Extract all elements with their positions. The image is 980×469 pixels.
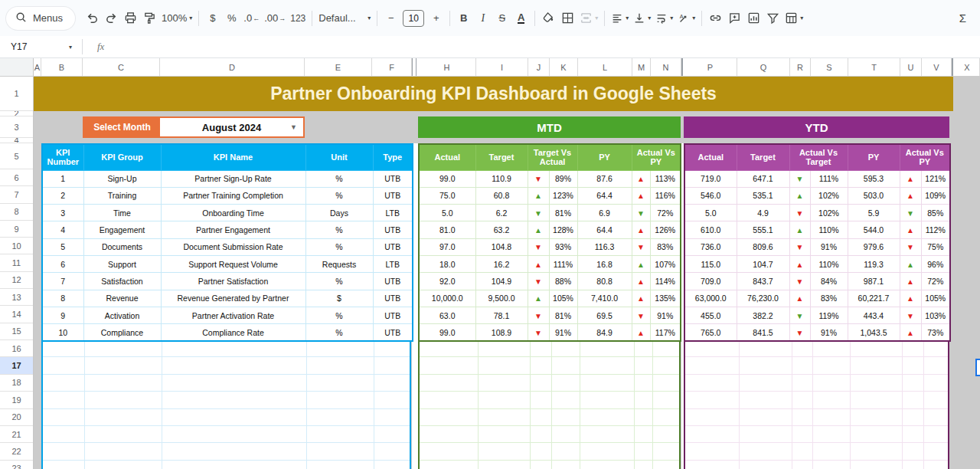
cell-mtd-py-pct[interactable]: 116%	[650, 187, 681, 204]
cell-type[interactable]: UTB	[373, 187, 413, 204]
cell-mtd-variance-arrow[interactable]: ▲	[528, 255, 549, 272]
cell-ytd-py-arrow[interactable]: ▲	[900, 290, 921, 307]
menus-search-button[interactable]: Menus	[6, 7, 75, 30]
row-header-3[interactable]: 3	[0, 116, 33, 138]
cell-mtd-py-arrow[interactable]: ▼	[632, 205, 650, 221]
formula-input[interactable]	[104, 36, 980, 57]
cell-mtd-target[interactable]: 110.9	[475, 170, 528, 187]
cell-mtd-variance-pct[interactable]: 88%	[549, 273, 577, 290]
cell-mtd-py[interactable]: 80.8	[577, 273, 632, 290]
kpi-mtd-table[interactable]: ActualTargetTarget Vs ActualPYActual Vs …	[418, 143, 681, 342]
row-header-15[interactable]: 15	[0, 323, 33, 340]
font-size-input[interactable]: 10	[403, 10, 424, 27]
cell-mtd-py-arrow[interactable]: ▲	[632, 324, 650, 341]
cell-kpi-name[interactable]: Partner Training Completion	[161, 187, 305, 204]
cell-kpi-number[interactable]: 9	[42, 307, 83, 323]
mtd-column-header[interactable]: Actual	[419, 144, 475, 170]
cell-mtd-variance-pct[interactable]: 89%	[549, 170, 577, 187]
row-header-5[interactable]: 5	[0, 143, 33, 169]
empty-cells-ytd[interactable]	[684, 340, 949, 469]
text-wrap-button[interactable]: ▾	[653, 8, 675, 28]
cell-type[interactable]: UTB	[373, 324, 413, 341]
table-views-button[interactable]: ▾	[782, 8, 805, 28]
column-header-J[interactable]: J	[528, 58, 550, 76]
cell-ytd-py[interactable]: 544.0	[848, 221, 900, 238]
mtd-column-header[interactable]: Target Vs Actual	[528, 144, 577, 170]
cell-ytd-variance-arrow[interactable]: ▲	[789, 290, 810, 307]
column-header-Q[interactable]: Q	[737, 58, 790, 76]
cell-ytd-variance-pct[interactable]: 111%	[810, 170, 848, 187]
cell-ytd-py-pct[interactable]: 73%	[921, 324, 950, 341]
column-header-B[interactable]: B	[41, 58, 83, 76]
cell-unit[interactable]: Days	[305, 205, 373, 221]
name-box[interactable]: Y17 ▾	[0, 41, 78, 52]
cell-ytd-py-pct[interactable]: 105%	[921, 290, 950, 307]
column-header-R[interactable]: R	[790, 58, 811, 76]
cell-mtd-target[interactable]: 9,500.0	[475, 290, 528, 307]
decrease-font-size-button[interactable]: −	[381, 8, 400, 28]
row-header-9[interactable]: 9	[0, 221, 33, 238]
cell-ytd-variance-arrow[interactable]: ▼	[789, 238, 810, 255]
cell-kpi-name[interactable]: Revenue Generated by Partner	[161, 290, 305, 307]
cell-ytd-variance-pct[interactable]: 91%	[810, 238, 848, 255]
column-header-D[interactable]: D	[160, 58, 305, 76]
cell-ytd-target[interactable]: 843.7	[737, 273, 789, 290]
cell-mtd-variance-arrow[interactable]: ▲	[528, 290, 549, 307]
cell-ytd-target[interactable]: 555.1	[737, 221, 789, 238]
ytd-column-header[interactable]: PY	[848, 144, 900, 170]
cell-kpi-number[interactable]: 1	[42, 170, 83, 187]
cell-mtd-variance-pct[interactable]: 81%	[549, 307, 577, 323]
cell-ytd-py-arrow[interactable]: ▼	[900, 205, 921, 221]
mtd-column-header[interactable]: Target	[475, 144, 528, 170]
row-header-23[interactable]: 23	[0, 461, 33, 469]
cell-ytd-py-pct[interactable]: 72%	[921, 273, 950, 290]
cell-ytd-py-arrow[interactable]: ▲	[900, 324, 921, 341]
row-header-16[interactable]: 16	[0, 340, 33, 357]
row-header-13[interactable]: 13	[0, 289, 33, 306]
cell-ytd-variance-arrow[interactable]: ▲	[789, 221, 810, 238]
kpi-ytd-table[interactable]: ActualTargetActual Vs TargetPYActual Vs …	[684, 143, 951, 342]
column-header-I[interactable]: I	[476, 58, 528, 76]
row-header-17[interactable]: 17	[0, 357, 33, 374]
print-button[interactable]	[121, 8, 140, 28]
column-header-M[interactable]: M	[632, 58, 651, 76]
cell-type[interactable]: UTB	[373, 238, 413, 255]
borders-button[interactable]	[558, 8, 577, 28]
insert-comment-button[interactable]	[725, 8, 744, 28]
cell-kpi-number[interactable]: 7	[42, 273, 83, 290]
cell-ytd-variance-pct[interactable]: 84%	[810, 273, 848, 290]
cell-ytd-py[interactable]: 503.0	[848, 187, 900, 204]
info-column-header[interactable]: KPI Group	[83, 144, 161, 170]
cell-kpi-group[interactable]: Activation	[83, 307, 161, 323]
cell-ytd-py-arrow[interactable]: ▼	[900, 238, 921, 255]
cell-ytd-variance-pct[interactable]: 83%	[810, 290, 848, 307]
mtd-section-header[interactable]: MTD	[418, 116, 681, 138]
row-header-11[interactable]: 11	[0, 255, 33, 272]
cell-kpi-group[interactable]: Support	[83, 255, 161, 272]
cell-ytd-actual[interactable]: 546.0	[684, 187, 737, 204]
cell-type[interactable]: UTB	[373, 221, 413, 238]
cell-type[interactable]: UTB	[373, 273, 413, 290]
row-header-18[interactable]: 18	[0, 375, 33, 392]
cell-mtd-target[interactable]: 78.1	[475, 307, 528, 323]
cell-ytd-variance-arrow[interactable]: ▼	[789, 273, 810, 290]
cell-mtd-py-pct[interactable]: 126%	[650, 221, 681, 238]
empty-cells-mtd[interactable]	[418, 340, 681, 469]
cell-ytd-target[interactable]: 535.1	[737, 187, 789, 204]
dashboard-title[interactable]: Partner Onboarding KPI Dashboard in Goog…	[34, 77, 953, 111]
cell-ytd-py[interactable]: 119.3	[848, 255, 900, 272]
cell-ytd-target[interactable]: 809.6	[737, 238, 789, 255]
redo-button[interactable]	[102, 8, 121, 28]
cell-mtd-py[interactable]: 16.8	[577, 255, 632, 272]
column-header-F[interactable]: F	[372, 58, 412, 76]
cell-ytd-py-pct[interactable]: 85%	[921, 205, 950, 221]
column-header-N[interactable]: N	[651, 58, 681, 76]
cell-mtd-actual[interactable]: 75.0	[419, 187, 475, 204]
column-header-A[interactable]: A	[34, 58, 41, 76]
cell-mtd-py-arrow[interactable]: ▲	[632, 273, 650, 290]
cell-ytd-variance-arrow[interactable]: ▼	[789, 307, 810, 323]
cell-mtd-variance-pct[interactable]: 111%	[549, 255, 577, 272]
cell-mtd-target[interactable]: 108.9	[475, 324, 528, 341]
cell-ytd-variance-arrow[interactable]: ▼	[789, 170, 810, 187]
cell-mtd-actual[interactable]: 81.0	[419, 221, 475, 238]
